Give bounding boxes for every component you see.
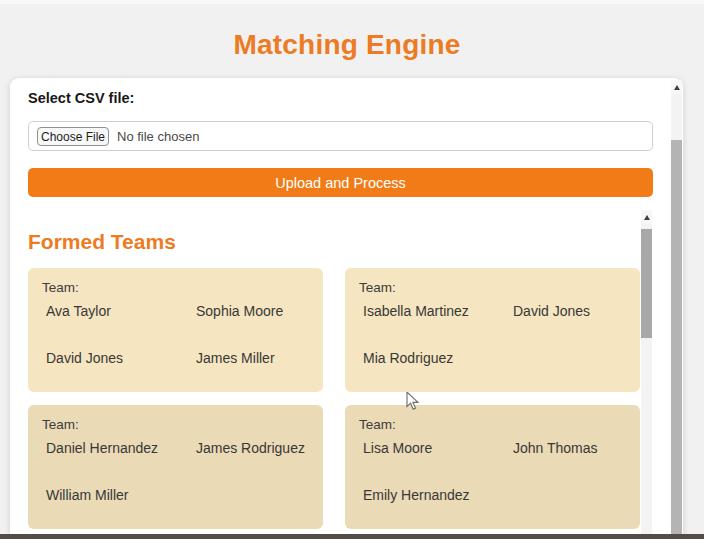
scroll-up-icon[interactable] [671, 80, 682, 94]
team-member: John Thomas [509, 439, 626, 458]
team-member: Daniel Hernandez [42, 439, 192, 458]
page-top-strip [0, 0, 704, 4]
teams-scrollbar-thumb[interactable] [641, 229, 652, 338]
team-member: Isabella Martinez [359, 302, 509, 321]
team-member: David Jones [42, 349, 192, 368]
team-label: Team: [42, 417, 309, 432]
team-member: James Rodriguez [192, 439, 309, 458]
formed-teams-heading: Formed Teams [28, 230, 176, 254]
page-scrollbar-thumb[interactable] [671, 140, 682, 539]
team-member: Lisa Moore [359, 439, 509, 458]
upload-and-process-button[interactable]: Upload and Process [28, 168, 653, 197]
team-card: Team: Isabella Martinez David Jones Mia … [345, 268, 640, 392]
teams-grid: Team: Ava Taylor Sophia Moore David Jone… [28, 268, 640, 529]
team-member: Ava Taylor [42, 302, 192, 321]
file-chosen-status: No file chosen [117, 129, 199, 144]
page-title: Matching Engine [0, 29, 694, 61]
page-bottom-strip [0, 534, 704, 539]
team-card: Team: Ava Taylor Sophia Moore David Jone… [28, 268, 323, 392]
team-label: Team: [359, 417, 626, 432]
team-label: Team: [359, 280, 626, 295]
mouse-cursor-icon [406, 392, 421, 416]
scroll-up-icon[interactable] [641, 210, 652, 224]
team-members: Ava Taylor Sophia Moore David Jones Jame… [42, 302, 309, 368]
main-card: Select CSV file: Choose File No file cho… [10, 78, 683, 539]
file-input[interactable]: Choose File No file chosen [28, 121, 653, 151]
team-members: Lisa Moore John Thomas Emily Hernandez [359, 439, 626, 505]
team-member: Sophia Moore [192, 302, 309, 321]
team-card: Team: Daniel Hernandez James Rodriguez W… [28, 405, 323, 529]
teams-scrollbar[interactable] [641, 210, 652, 539]
team-member: Emily Hernandez [359, 486, 509, 505]
formed-teams-section: Formed Teams Team: Ava Taylor Sophia Moo… [10, 210, 683, 539]
choose-file-button[interactable]: Choose File [37, 127, 109, 146]
page-scrollbar[interactable] [671, 80, 682, 539]
team-member: James Miller [192, 349, 309, 368]
team-member [192, 486, 309, 505]
team-members: Daniel Hernandez James Rodriguez William… [42, 439, 309, 505]
team-card: Team: Lisa Moore John Thomas Emily Herna… [345, 405, 640, 529]
team-member: David Jones [509, 302, 626, 321]
team-member [509, 349, 626, 368]
team-member: Mia Rodriguez [359, 349, 509, 368]
team-members: Isabella Martinez David Jones Mia Rodrig… [359, 302, 626, 368]
csv-file-label: Select CSV file: [28, 90, 134, 106]
team-label: Team: [42, 280, 309, 295]
team-member: William Miller [42, 486, 192, 505]
team-member [509, 486, 626, 505]
